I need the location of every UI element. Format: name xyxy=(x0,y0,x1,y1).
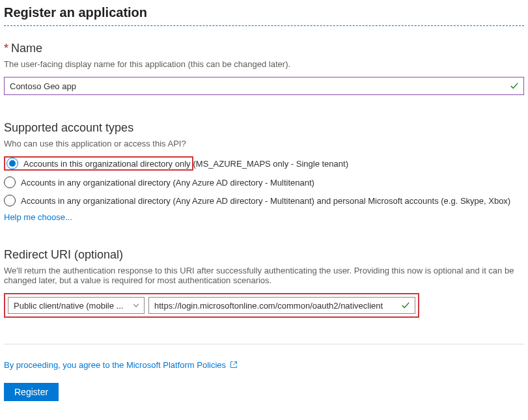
redirect-type-value: Public client/native (mobile ... xyxy=(14,301,123,311)
checkmark-icon xyxy=(401,301,410,310)
radio-label: Accounts in any organizational directory… xyxy=(21,196,510,206)
redirect-uri-heading: Redirect URI (optional) xyxy=(4,248,524,262)
name-input[interactable] xyxy=(4,77,524,95)
help-me-choose-link[interactable]: Help me choose... xyxy=(4,212,524,222)
radio-icon xyxy=(7,158,18,169)
radio-label-part2: (MS_AZURE_MAPS only - Single tenant) xyxy=(193,159,348,169)
policies-link[interactable]: Microsoft Platform Policies xyxy=(126,360,226,370)
redirect-highlight-box: Public client/native (mobile ... xyxy=(4,293,419,318)
header-divider xyxy=(4,25,524,26)
account-type-option-1[interactable]: Accounts in any organizational directory… xyxy=(4,176,524,189)
redirect-uri-section: Redirect URI (optional) We'll return the… xyxy=(4,248,524,318)
account-types-heading: Supported account types xyxy=(4,121,524,135)
radio-icon xyxy=(4,176,16,188)
page-title: Register an application xyxy=(4,5,524,20)
name-section: *Name The user-facing display name for t… xyxy=(4,42,524,95)
account-type-option-0[interactable]: Accounts in this organizational director… xyxy=(4,156,524,171)
redirect-type-select[interactable]: Public client/native (mobile ... xyxy=(8,297,145,314)
redirect-uri-input-wrapper xyxy=(148,297,415,314)
required-asterisk: * xyxy=(4,42,8,55)
redirect-uri-desc: We'll return the authentication response… xyxy=(4,266,524,285)
external-link-icon xyxy=(230,361,238,369)
redirect-uri-input[interactable] xyxy=(148,297,415,314)
account-type-option-2[interactable]: Accounts in any organizational directory… xyxy=(4,194,524,207)
chevron-down-icon xyxy=(132,301,140,309)
radio-label: Accounts in any organizational directory… xyxy=(21,178,314,188)
agree-prefix: By proceeding, you agree to the xyxy=(4,360,126,370)
agree-text: By proceeding, you agree to the Microsof… xyxy=(4,360,524,370)
radio-label-part1: Accounts in this organizational director… xyxy=(23,159,191,169)
highlight-box: Accounts in this organizational director… xyxy=(4,156,193,171)
footer-section: By proceeding, you agree to the Microsof… xyxy=(4,344,524,401)
name-input-wrapper xyxy=(4,77,524,95)
checkmark-icon xyxy=(510,81,519,91)
name-label-text: Name xyxy=(11,42,42,55)
account-types-subtext: Who can use this application or access t… xyxy=(4,139,524,148)
account-types-radio-group: Accounts in this organizational director… xyxy=(4,156,524,207)
account-types-section: Supported account types Who can use this… xyxy=(4,121,524,222)
name-description: The user-facing display name for this ap… xyxy=(4,59,524,69)
register-button[interactable]: Register xyxy=(4,383,59,401)
name-label: *Name xyxy=(4,42,524,55)
radio-icon xyxy=(4,195,16,206)
